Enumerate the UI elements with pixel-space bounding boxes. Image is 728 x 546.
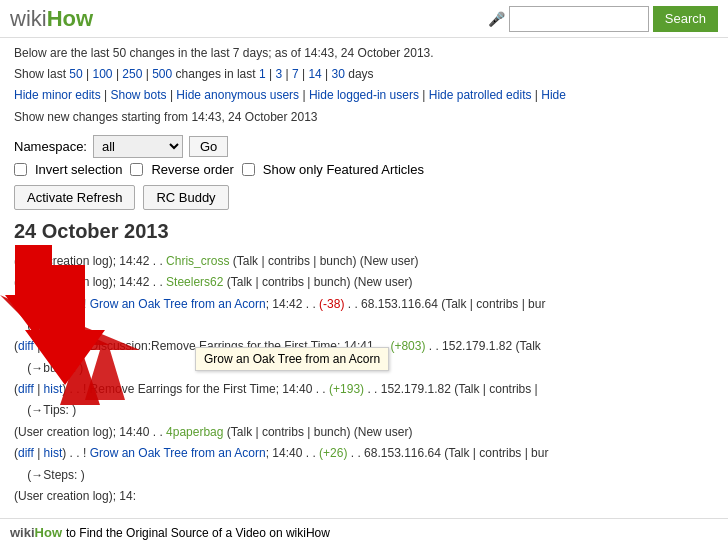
bottom-bar: wikiHow to Find the Original Source of a…: [0, 518, 728, 546]
diff-link-3[interactable]: diff: [18, 297, 34, 311]
diff-link-7[interactable]: diff: [18, 382, 34, 396]
info-line2: Show last 50 | 100 | 250 | 500 changes i…: [14, 65, 714, 84]
search-button[interactable]: Search: [653, 6, 718, 32]
hist-link-3[interactable]: hist: [44, 297, 63, 311]
search-input[interactable]: [509, 6, 649, 32]
checkboxes-row: Invert selection Reverse order Show only…: [14, 162, 714, 177]
change-line-12: (User creation log); 14:: [14, 486, 714, 506]
change-line-3: (diff | hist) . . ! Grow an Oak Tree fro…: [14, 294, 714, 314]
tooltip-box: Grow an Oak Tree from an Acorn: [195, 347, 389, 371]
reverse-checkbox[interactable]: [130, 163, 143, 176]
hist-link-10[interactable]: hist: [44, 446, 63, 460]
date-header: 24 October 2013: [14, 220, 714, 243]
diff-link-10[interactable]: diff: [18, 446, 34, 460]
search-bar: 🎤 Search: [488, 6, 718, 32]
featured-label: Show only Featured Articles: [263, 162, 424, 177]
link-250[interactable]: 250: [122, 67, 142, 81]
bottom-logo-how: How: [35, 525, 62, 540]
logo-how: How: [47, 6, 93, 31]
changes-list: (User creation log); 14:42 . . Chris_cro…: [14, 251, 714, 507]
namespace-label: Namespace:: [14, 139, 87, 154]
change-line-4: (→Steps: ): [14, 315, 714, 335]
go-button[interactable]: Go: [189, 136, 228, 157]
change-line-7: (diff | hist) . . ! Remove Earrings for …: [14, 379, 714, 399]
invert-label: Invert selection: [35, 162, 122, 177]
hist-link-5[interactable]: hist: [44, 339, 63, 353]
article-link-oak2[interactable]: Grow an Oak Tree from an Acorn: [90, 446, 266, 460]
link-7[interactable]: 7: [292, 67, 299, 81]
link-50[interactable]: 50: [69, 67, 82, 81]
featured-checkbox[interactable]: [242, 163, 255, 176]
action-buttons-row: Activate Refresh RC Buddy: [14, 185, 714, 210]
link-14[interactable]: 14: [308, 67, 321, 81]
change-line-10: (diff | hist) . . ! Grow an Oak Tree fro…: [14, 443, 714, 463]
namespace-select[interactable]: all: [93, 135, 183, 158]
user-chris-cross[interactable]: Chris_cross: [166, 254, 229, 268]
bottom-bar-text: to Find the Original Source of a Video o…: [66, 526, 330, 540]
hide-loggedin-link[interactable]: Hide logged-in users: [309, 88, 419, 102]
bottom-logo: wikiHow: [10, 525, 62, 540]
change-line-8: (→Tips: ): [14, 400, 714, 420]
rc-buddy-button[interactable]: RC Buddy: [143, 185, 228, 210]
change-line-1: (User creation log); 14:42 . . Chris_cro…: [14, 251, 714, 271]
bottom-logo-wiki: wiki: [10, 525, 35, 540]
user-4paperbag[interactable]: 4paperbag: [166, 425, 223, 439]
activate-refresh-button[interactable]: Activate Refresh: [14, 185, 135, 210]
invert-checkbox[interactable]: [14, 163, 27, 176]
link-1[interactable]: 1: [259, 67, 266, 81]
logo-wiki: wiki: [10, 6, 47, 31]
link-3[interactable]: 3: [275, 67, 282, 81]
site-logo: wikiHow: [10, 6, 93, 32]
hide-minor-link[interactable]: Hide minor edits: [14, 88, 101, 102]
header: wikiHow 🎤 Search: [0, 0, 728, 38]
diff-link-5[interactable]: diff: [18, 339, 34, 353]
hide-link[interactable]: Hide: [541, 88, 566, 102]
info-line4: Show new changes starting from 14:43, 24…: [14, 108, 714, 127]
hide-anon-link[interactable]: Hide anonymous users: [176, 88, 299, 102]
link-30[interactable]: 30: [332, 67, 345, 81]
link-100[interactable]: 100: [93, 67, 113, 81]
info-line1: Below are the last 50 changes in the las…: [14, 44, 714, 63]
info-line3: Hide minor edits | Show bots | Hide anon…: [14, 86, 714, 105]
main-content: Below are the last 50 changes in the las…: [0, 38, 728, 513]
user-steelers62[interactable]: Steelers62: [166, 275, 223, 289]
hide-patrolled-link[interactable]: Hide patrolled edits: [429, 88, 532, 102]
change-line-2: (User creation log); 14:42 . . Steelers6…: [14, 272, 714, 292]
article-link-oak1[interactable]: Grow an Oak Tree from an Acorn: [90, 297, 266, 311]
reverse-label: Reverse order: [151, 162, 233, 177]
change-line-9: (User creation log); 14:40 . . 4paperbag…: [14, 422, 714, 442]
namespace-row: Namespace: all Go: [14, 135, 714, 158]
change-line-11: (→Steps: ): [14, 465, 714, 485]
microphone-icon: 🎤: [488, 11, 505, 27]
show-bots-link[interactable]: Show bots: [111, 88, 167, 102]
link-500[interactable]: 500: [152, 67, 172, 81]
hist-link-7[interactable]: hist: [44, 382, 63, 396]
